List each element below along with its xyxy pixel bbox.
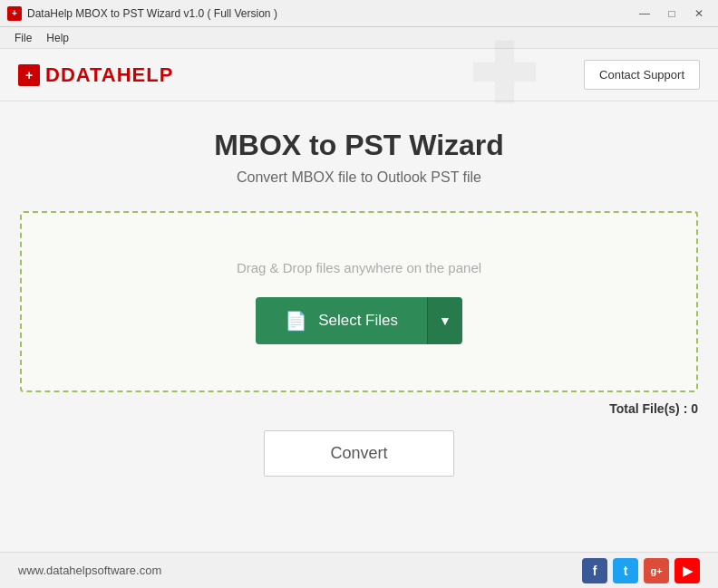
watermark: ✚ xyxy=(469,49,537,101)
page-title: MBOX to PST Wizard xyxy=(214,129,504,162)
window-controls: — □ ✕ xyxy=(633,5,711,23)
menu-help[interactable]: Help xyxy=(39,30,76,46)
close-button[interactable]: ✕ xyxy=(687,5,711,23)
twitter-button[interactable]: t xyxy=(613,558,638,583)
total-files: Total File(s) : 0 xyxy=(20,401,698,416)
social-icons: f t g+ ▶ xyxy=(582,558,700,583)
select-files-dropdown-button[interactable]: ▼ xyxy=(427,297,462,344)
select-files-button[interactable]: 📄 Select Files xyxy=(256,297,427,344)
menu-bar: File Help xyxy=(0,27,718,49)
google-plus-button[interactable]: g+ xyxy=(644,558,669,583)
facebook-button[interactable]: f xyxy=(582,558,607,583)
content-body: MBOX to PST Wizard Convert MBOX file to … xyxy=(0,101,718,552)
convert-button[interactable]: Convert xyxy=(264,430,454,477)
select-files-group: 📄 Select Files ▼ xyxy=(256,297,462,344)
menu-file[interactable]: File xyxy=(7,30,39,46)
total-files-label: Total File(s) : 0 xyxy=(609,401,698,416)
logo: + DDATAHELP xyxy=(18,63,173,87)
dropdown-arrow-icon: ▼ xyxy=(439,313,451,328)
app-header: + DDATAHELP ✚ Contact Support xyxy=(0,49,718,101)
document-icon: 📄 xyxy=(285,310,307,332)
page-subtitle: Convert MBOX file to Outlook PST file xyxy=(237,169,481,186)
youtube-button[interactable]: ▶ xyxy=(674,558,700,583)
select-files-label: Select Files xyxy=(318,312,398,330)
title-bar-text: DataHelp MBOX to PST Wizard v1.0 ( Full … xyxy=(27,7,277,20)
drop-zone[interactable]: Drag & Drop files anywhere on the panel … xyxy=(20,211,698,392)
title-bar: + DataHelp MBOX to PST Wizard v1.0 ( Ful… xyxy=(0,0,718,27)
title-bar-left: + DataHelp MBOX to PST Wizard v1.0 ( Ful… xyxy=(7,6,277,21)
logo-highlight: D xyxy=(45,63,61,86)
contact-support-button[interactable]: Contact Support xyxy=(584,60,700,90)
footer-url: www.datahelpsoftware.com xyxy=(18,564,161,577)
maximize-button[interactable]: □ xyxy=(660,5,684,23)
main-content: + DDATAHELP ✚ Contact Support MBOX to PS… xyxy=(0,49,718,588)
logo-icon: + xyxy=(18,64,40,86)
drop-hint: Drag & Drop files anywhere on the panel xyxy=(237,260,481,275)
logo-text: DDATAHELP xyxy=(45,63,173,87)
app-icon: + xyxy=(7,6,22,21)
minimize-button[interactable]: — xyxy=(633,5,656,23)
footer: www.datahelpsoftware.com f t g+ ▶ xyxy=(0,552,718,588)
